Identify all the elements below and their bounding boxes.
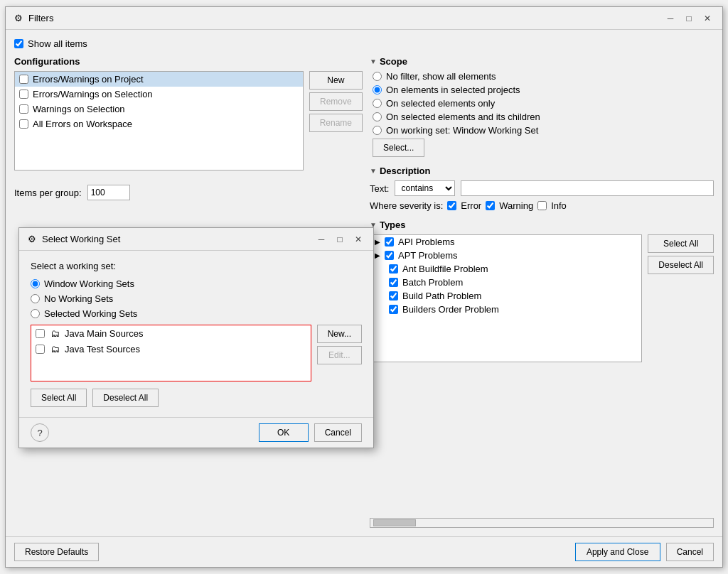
- sub-maximize-button[interactable]: □: [332, 232, 348, 247]
- ws-deselect-all-button[interactable]: Deselect All: [92, 389, 159, 407]
- sub-title-bar: ⚙ Select Working Set ─ □ ✕: [19, 228, 373, 251]
- sub-radio-0: Window Working Sets: [31, 278, 362, 289]
- ws-radio-0[interactable]: [31, 279, 40, 288]
- sub-radio-2: Selected Working Sets: [31, 308, 362, 319]
- sub-dialog-footer: ? OK Cancel: [19, 417, 373, 448]
- sub-dialog-content: Select a working set: Window Working Set…: [19, 251, 373, 417]
- working-set-list-area: 🗂 Java Main Sources 🗂 Java Test Sources …: [31, 325, 362, 381]
- ws-side-buttons: New... Edit...: [317, 325, 362, 381]
- ws-radio-label-2: Selected Working Sets: [44, 308, 137, 319]
- ws-new-button[interactable]: New...: [317, 325, 362, 343]
- sub-close-button[interactable]: ✕: [350, 232, 366, 247]
- ws-edit-button[interactable]: Edit...: [317, 346, 362, 364]
- filters-dialog: ⚙ Filters ─ □ ✕ Show all items Configura…: [5, 6, 723, 568]
- sub-all-buttons-row: Select All Deselect All: [31, 389, 362, 407]
- sub-select-label: Select a working set:: [31, 261, 362, 271]
- modal-overlay: ⚙ Select Working Set ─ □ ✕ Select a work…: [6, 7, 722, 567]
- sub-ok-button[interactable]: OK: [259, 423, 309, 442]
- ws-checkbox-1[interactable]: [36, 345, 45, 354]
- sub-footer-right: OK Cancel: [259, 423, 362, 442]
- sub-dialog-title: Select Working Set: [42, 234, 120, 244]
- java-test-sources-icon: 🗂: [49, 343, 60, 354]
- select-working-set-dialog: ⚙ Select Working Set ─ □ ✕ Select a work…: [18, 227, 374, 448]
- working-set-list: 🗂 Java Main Sources 🗂 Java Test Sources: [31, 325, 311, 381]
- ws-radio-label-0: Window Working Sets: [44, 278, 134, 289]
- ws-radio-1[interactable]: [31, 294, 40, 303]
- ws-item-label-1: Java Test Sources: [65, 344, 140, 354]
- sub-cancel-button[interactable]: Cancel: [314, 423, 362, 442]
- list-item[interactable]: 🗂 Java Main Sources: [31, 325, 311, 341]
- help-button[interactable]: ?: [31, 423, 49, 442]
- ws-item-label-0: Java Main Sources: [65, 328, 144, 339]
- sub-dialog-icon: ⚙: [26, 234, 38, 245]
- ws-checkbox-0[interactable]: [36, 329, 45, 338]
- sub-minimize-button[interactable]: ─: [314, 232, 329, 247]
- sub-radio-1: No Working Sets: [31, 293, 362, 304]
- ws-radio-2[interactable]: [31, 309, 40, 318]
- list-item[interactable]: 🗂 Java Test Sources: [31, 341, 311, 357]
- sub-window-controls: ─ □ ✕: [314, 232, 366, 247]
- java-main-sources-icon: 🗂: [49, 327, 60, 339]
- ws-radio-label-1: No Working Sets: [44, 293, 113, 304]
- ws-select-all-button[interactable]: Select All: [31, 389, 87, 407]
- sub-title-left: ⚙ Select Working Set: [26, 234, 120, 245]
